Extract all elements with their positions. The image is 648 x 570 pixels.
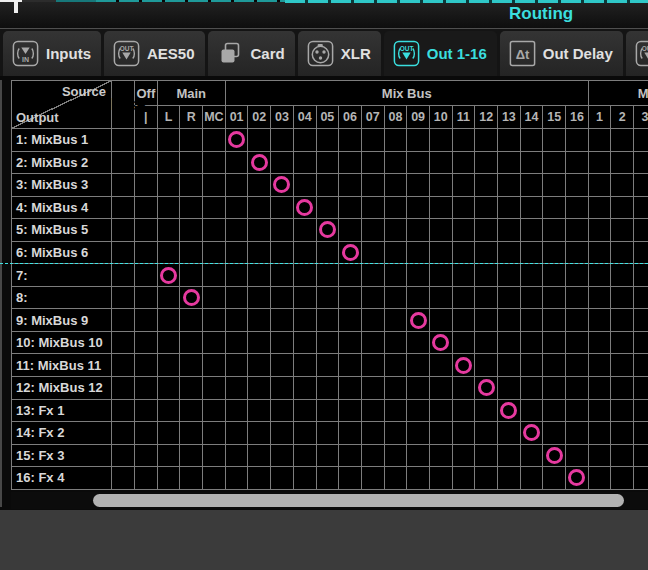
row-label[interactable]: 10: MixBus 10 bbox=[12, 332, 111, 354]
matrix-cell[interactable] bbox=[339, 219, 361, 241]
matrix-cell[interactable] bbox=[180, 445, 202, 467]
matrix-cell[interactable] bbox=[317, 467, 339, 489]
matrix-cell[interactable] bbox=[203, 309, 225, 331]
matrix-cell[interactable] bbox=[294, 309, 316, 331]
matrix-cell[interactable] bbox=[180, 377, 202, 399]
matrix-cell[interactable] bbox=[521, 467, 543, 489]
matrix-cell[interactable] bbox=[362, 332, 384, 354]
phase-cell[interactable] bbox=[112, 467, 134, 489]
matrix-cell[interactable] bbox=[158, 219, 180, 241]
matrix-cell[interactable] bbox=[339, 309, 361, 331]
matrix-cell[interactable] bbox=[203, 264, 225, 286]
matrix-cell[interactable] bbox=[407, 242, 429, 264]
matrix-cell[interactable] bbox=[203, 400, 225, 422]
matrix-cell[interactable] bbox=[135, 152, 157, 174]
matrix-cell[interactable] bbox=[589, 309, 611, 331]
matrix-cell[interactable] bbox=[158, 287, 180, 309]
matrix-cell[interactable] bbox=[453, 197, 475, 219]
matrix-cell[interactable] bbox=[543, 354, 565, 376]
matrix-cell[interactable] bbox=[226, 264, 248, 286]
matrix-cell[interactable] bbox=[271, 219, 293, 241]
matrix-cell[interactable] bbox=[226, 242, 248, 264]
matrix-cell[interactable] bbox=[362, 377, 384, 399]
matrix-cell[interactable] bbox=[362, 197, 384, 219]
matrix-cell[interactable] bbox=[430, 400, 452, 422]
matrix-cell[interactable] bbox=[521, 219, 543, 241]
matrix-cell[interactable] bbox=[634, 287, 648, 309]
matrix-cell[interactable] bbox=[203, 129, 225, 151]
matrix-cell[interactable] bbox=[158, 400, 180, 422]
matrix-cell[interactable] bbox=[362, 422, 384, 444]
matrix-cell[interactable] bbox=[385, 400, 407, 422]
matrix-cell[interactable] bbox=[498, 129, 520, 151]
matrix-cell[interactable] bbox=[634, 152, 648, 174]
matrix-cell[interactable] bbox=[362, 242, 384, 264]
matrix-cell[interactable] bbox=[271, 354, 293, 376]
matrix-cell[interactable] bbox=[226, 129, 248, 151]
tab-card[interactable]: Card bbox=[208, 31, 295, 76]
matrix-cell[interactable] bbox=[203, 422, 225, 444]
matrix-cell[interactable] bbox=[453, 400, 475, 422]
matrix-cell[interactable] bbox=[543, 445, 565, 467]
matrix-cell[interactable] bbox=[180, 242, 202, 264]
matrix-cell[interactable] bbox=[180, 422, 202, 444]
matrix-cell[interactable] bbox=[521, 309, 543, 331]
matrix-cell[interactable] bbox=[498, 445, 520, 467]
matrix-cell[interactable] bbox=[543, 377, 565, 399]
row-label[interactable]: 2: MixBus 2 bbox=[12, 152, 111, 174]
matrix-cell[interactable] bbox=[543, 129, 565, 151]
matrix-cell[interactable] bbox=[317, 377, 339, 399]
matrix-cell[interactable] bbox=[634, 129, 648, 151]
matrix-cell[interactable] bbox=[385, 242, 407, 264]
matrix-cell[interactable] bbox=[180, 400, 202, 422]
matrix-cell[interactable] bbox=[158, 377, 180, 399]
matrix-cell[interactable] bbox=[453, 354, 475, 376]
matrix-cell[interactable] bbox=[634, 197, 648, 219]
matrix-cell[interactable] bbox=[521, 445, 543, 467]
matrix-cell[interactable] bbox=[317, 422, 339, 444]
matrix-cell[interactable] bbox=[248, 152, 270, 174]
matrix-cell[interactable] bbox=[203, 174, 225, 196]
phase-cell[interactable] bbox=[112, 400, 134, 422]
row-label[interactable]: 6: MixBus 6 bbox=[12, 242, 111, 264]
matrix-cell[interactable] bbox=[475, 219, 497, 241]
matrix-cell[interactable] bbox=[158, 152, 180, 174]
matrix-cell[interactable] bbox=[566, 287, 588, 309]
tab-out-delay[interactable]: ΔtOut Delay bbox=[500, 31, 623, 76]
matrix-cell[interactable] bbox=[135, 332, 157, 354]
matrix-cell[interactable] bbox=[135, 264, 157, 286]
matrix-cell[interactable] bbox=[248, 422, 270, 444]
matrix-cell[interactable] bbox=[294, 242, 316, 264]
matrix-cell[interactable] bbox=[498, 309, 520, 331]
matrix-cell[interactable] bbox=[498, 332, 520, 354]
matrix-cell[interactable] bbox=[339, 174, 361, 196]
matrix-cell[interactable] bbox=[294, 377, 316, 399]
matrix-cell[interactable] bbox=[362, 174, 384, 196]
matrix-cell[interactable] bbox=[611, 197, 633, 219]
phase-cell[interactable] bbox=[112, 129, 134, 151]
matrix-cell[interactable] bbox=[543, 197, 565, 219]
row-label[interactable]: 3: MixBus 3 bbox=[12, 174, 111, 196]
matrix-cell[interactable] bbox=[158, 197, 180, 219]
matrix-cell[interactable] bbox=[248, 354, 270, 376]
matrix-cell[interactable] bbox=[634, 332, 648, 354]
matrix-cell[interactable] bbox=[180, 197, 202, 219]
matrix-cell[interactable] bbox=[362, 152, 384, 174]
matrix-cell[interactable] bbox=[271, 377, 293, 399]
phase-cell[interactable] bbox=[112, 264, 134, 286]
row-label[interactable]: 11: MixBus 11 bbox=[12, 354, 111, 376]
phase-cell[interactable] bbox=[112, 219, 134, 241]
matrix-cell[interactable] bbox=[180, 129, 202, 151]
row-label[interactable]: 9: MixBus 9 bbox=[12, 309, 111, 331]
matrix-cell[interactable] bbox=[317, 197, 339, 219]
matrix-cell[interactable] bbox=[566, 197, 588, 219]
matrix-cell[interactable] bbox=[589, 219, 611, 241]
matrix-cell[interactable] bbox=[521, 152, 543, 174]
matrix-cell[interactable] bbox=[362, 287, 384, 309]
matrix-cell[interactable] bbox=[135, 354, 157, 376]
matrix-cell[interactable] bbox=[634, 264, 648, 286]
matrix-cell[interactable] bbox=[407, 422, 429, 444]
tab-aes50[interactable]: OUTAES50 bbox=[104, 31, 205, 76]
matrix-cell[interactable] bbox=[589, 332, 611, 354]
matrix-cell[interactable] bbox=[248, 197, 270, 219]
